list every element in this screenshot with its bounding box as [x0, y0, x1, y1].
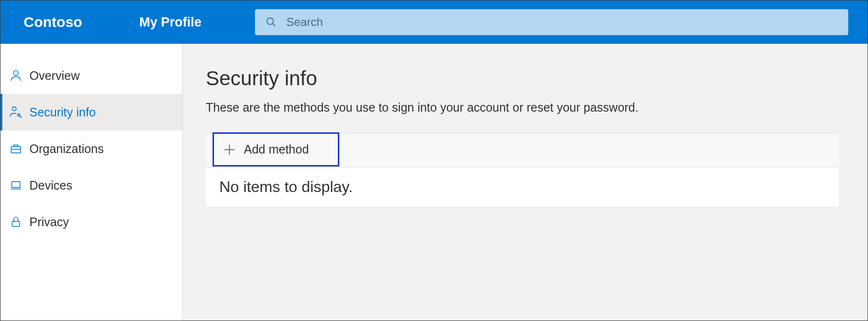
person-key-icon	[9, 105, 23, 119]
sidebar-item-devices[interactable]: Devices	[0, 167, 182, 204]
sidebar-item-privacy[interactable]: Privacy	[0, 204, 182, 240]
search-container	[255, 9, 848, 35]
search-input[interactable]	[286, 15, 838, 29]
svg-rect-7	[12, 181, 20, 187]
svg-rect-9	[12, 221, 19, 227]
empty-state-message: No items to display.	[219, 178, 353, 195]
sidebar-item-label: Organizations	[29, 142, 104, 156]
svg-point-3	[12, 107, 16, 111]
sidebar-item-overview[interactable]: Overview	[0, 57, 182, 94]
laptop-icon	[9, 179, 23, 192]
search-icon	[266, 16, 277, 28]
app-header: Contoso My Profile	[0, 0, 868, 44]
sidebar-item-label: Devices	[29, 179, 72, 193]
main-content: Security info These are the methods you …	[183, 44, 868, 321]
person-icon	[9, 69, 23, 82]
sidebar-item-organizations[interactable]: Organizations	[0, 130, 182, 167]
svg-point-4	[17, 114, 20, 116]
search-box[interactable]	[255, 9, 848, 35]
plus-icon	[223, 143, 236, 156]
sidebar: Overview Security info Organizations Dev…	[0, 44, 183, 321]
brand-name: Contoso	[24, 14, 139, 30]
svg-rect-5	[11, 147, 21, 153]
page-subtitle: These are the methods you use to sign in…	[206, 101, 839, 115]
sidebar-item-label: Overview	[29, 69, 80, 83]
lock-icon	[9, 215, 23, 229]
layout: Overview Security info Organizations Dev…	[0, 44, 868, 321]
sidebar-item-label: Security info	[29, 105, 96, 119]
methods-list: No items to display.	[206, 167, 839, 206]
svg-line-1	[272, 24, 275, 26]
svg-point-0	[267, 18, 273, 24]
method-toolbar: Add method	[206, 133, 839, 167]
sidebar-item-security-info[interactable]: Security info	[0, 94, 182, 130]
svg-point-2	[13, 71, 18, 76]
page-title: Security info	[206, 67, 839, 90]
add-method-label: Add method	[244, 142, 309, 156]
app-name: My Profile	[139, 15, 236, 30]
add-method-button[interactable]: Add method	[213, 132, 339, 167]
sidebar-item-label: Privacy	[29, 215, 69, 229]
briefcase-icon	[9, 142, 23, 155]
